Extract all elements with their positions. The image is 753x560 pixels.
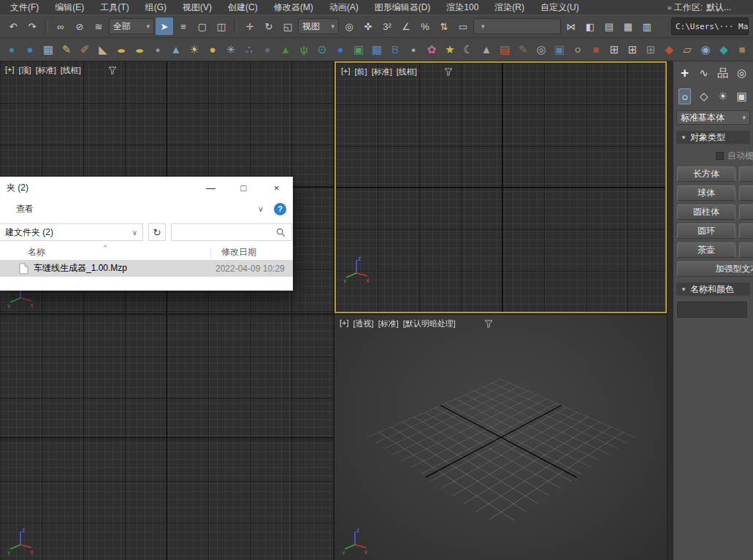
rectangular-selection-region-icon[interactable]: ▢ [194,18,211,35]
angle-snap-icon[interactable]: ∠ [397,18,415,35]
menu-item[interactable]: 渲染100 [446,1,478,14]
close-button[interactable]: × [260,177,293,199]
align-icon[interactable]: ◧ [581,18,599,35]
object-type-button-clipped[interactable] [739,204,753,220]
separator[interactable] [45,18,48,34]
monitor-green-icon[interactable]: ▣ [350,40,367,59]
sphere-teal-icon[interactable]: ● [3,40,20,59]
object-type-button-clipped[interactable] [739,185,753,201]
menu-item[interactable]: 自定义(U) [540,1,579,14]
ribbon-tab-view[interactable]: 查看 [16,203,34,215]
geometry-tab-icon[interactable]: ○ [679,88,691,104]
autogrid-checkbox[interactable] [716,152,724,160]
teapot-button[interactable]: 茶壶 [677,242,735,258]
cubes-icon[interactable]: ▱ [679,40,696,59]
minimize-button[interactable]: — [194,177,227,199]
torus-button[interactable]: 圆环 [677,223,735,239]
sphere-blue-icon[interactable]: ● [21,40,39,59]
per-view-filter-icon[interactable] [484,320,493,328]
grass-icon[interactable]: ψ [295,40,313,59]
menu-item[interactable]: 工具(T) [100,1,129,14]
edit-named-selection-sets-icon[interactable]: ▭ [454,18,472,35]
ovals-yellow2-icon[interactable]: ● [126,42,153,57]
object-name-input[interactable] [677,302,747,318]
viewport-perspective[interactable]: [+][透视][标准][默认明暗处理] Z X Y [335,315,667,560]
redo-icon[interactable]: ↷ [23,18,41,35]
lights-tab-icon[interactable]: ☀ [716,88,729,104]
viewport-label-segment[interactable]: [标准] [36,65,56,76]
spinner-snap-icon[interactable]: ⇅ [435,18,453,35]
sphere-dark-icon[interactable]: ● [259,40,276,59]
toggle-scene-explorer-icon[interactable]: ▤ [600,18,618,35]
panel-divider[interactable] [667,61,673,560]
pencil-tools-icon[interactable]: ✎ [58,40,75,59]
menu-item[interactable]: 修改器(M) [274,1,313,14]
bulb-icon[interactable]: ○ [569,40,586,59]
books-icon[interactable]: ▤ [496,40,513,59]
search-input[interactable] [171,223,292,241]
select-object-icon[interactable]: ➤ [156,18,173,35]
use-pivot-point-center-icon[interactable]: ◎ [340,18,358,35]
viewport-label-segment[interactable]: [透视] [353,318,374,329]
percent-snap-icon[interactable]: % [416,18,434,35]
cube-brown-icon[interactable]: ■ [733,40,751,59]
select-and-rotate-icon[interactable]: ↻ [260,18,278,35]
wedge-red-icon[interactable]: ◆ [660,40,678,59]
per-view-filter-icon[interactable] [108,66,117,74]
workspace-dropdown[interactable]: 默认... [706,1,749,14]
menu-item[interactable]: 渲染(R) [494,1,524,14]
grid-light2-icon[interactable]: ⊞ [624,40,641,59]
menu-item[interactable]: 创建(C) [228,1,258,14]
shapes-tab-icon[interactable]: ◇ [697,88,710,104]
menu-item[interactable]: 编辑(E) [55,1,84,14]
unlink-selection-icon[interactable]: ⊘ [71,18,88,35]
snaps-toggle-icon[interactable]: 3² [378,18,396,35]
menu-item[interactable]: 组(G) [145,1,167,14]
image-blue-icon[interactable]: ▦ [368,40,386,59]
particles-icon[interactable]: ∴ [240,40,258,59]
column-header-date[interactable]: 修改日期 [221,246,256,258]
viewport-label-segment[interactable]: [顶] [19,65,31,76]
sphere-light-icon[interactable]: ● [405,40,422,59]
help-icon[interactable]: ? [274,203,286,215]
viewport-label-segment[interactable]: [+] [341,66,351,77]
viewport-label-segment[interactable]: [+] [5,65,15,76]
bind-to-space-warp-icon[interactable]: ≋ [90,18,107,35]
ring-icon[interactable]: ◎ [532,40,550,59]
toolbar-overflow-chevron-icon[interactable]: » [668,3,670,12]
selection-filter-dropdown[interactable]: 全部 [109,18,154,34]
primitive-category-dropdown[interactable]: 标准基本体 [676,110,750,125]
grid-light-icon[interactable]: ⊞ [605,40,623,59]
sphere-button[interactable]: 球体 [677,185,735,201]
column-header-name[interactable]: 名称 [28,246,45,258]
viewport-label-segment[interactable]: [前] [355,66,367,77]
grid-dark-icon[interactable]: ⊞ [642,40,660,59]
viewport-label-segment[interactable]: [线框] [397,66,417,77]
project-path-box[interactable]: C:\Users\··· Max [671,18,749,35]
menu-item[interactable]: 动画(A) [329,1,359,14]
select-and-scale-icon[interactable]: ◱ [279,18,297,35]
menu-item[interactable]: 文件(F) [10,1,39,14]
brush-icon[interactable]: ✐ [76,40,93,59]
window-crossing-icon[interactable]: ◫ [213,18,230,35]
name-color-rollout[interactable]: ▼ 名称和颜色 [676,283,750,296]
menu-item[interactable]: 视图(V) [183,1,212,14]
address-dropdown[interactable]: 建文件夹 (2) ∨ [0,223,143,241]
cylinder-button[interactable]: 圆柱体 [677,204,735,220]
flower-icon[interactable]: ✿ [423,40,440,59]
ribbon-collapse-icon[interactable]: ∨ [258,204,264,214]
red-tile-icon[interactable]: ■ [587,40,605,59]
textplus-button[interactable]: 加强型文本 [677,261,753,277]
object-type-button-clipped[interactable] [739,223,753,239]
viewport-label-segment[interactable]: [标准] [378,318,399,329]
star-icon[interactable]: ★ [441,40,459,59]
eye-icon[interactable]: ◉ [697,40,714,59]
dotted-circle-icon[interactable]: ⊙ [313,40,331,59]
moon-icon[interactable]: ☾ [459,40,477,59]
separator[interactable] [234,18,237,34]
named-selection-sets-dropdown[interactable] [473,18,561,34]
viewport-label-segment[interactable]: [默认明暗处理] [403,318,456,329]
viewport-front-active[interactable]: [+][前][标准][线框] Z X Y [335,61,667,313]
menu-item[interactable]: 图形编辑器(D) [375,1,431,14]
tree-icon[interactable]: ▲ [277,40,294,59]
